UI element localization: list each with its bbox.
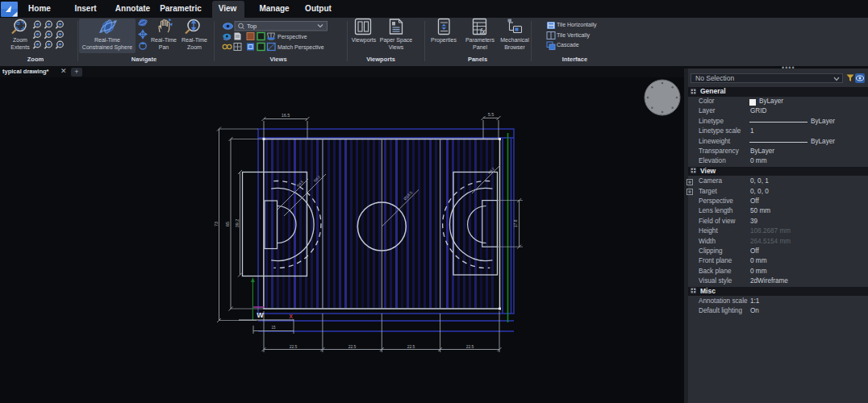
svg-text:73: 73 [214,222,219,226]
svg-text:39.2: 39.2 [235,219,240,228]
svg-text:22.5: 22.5 [348,344,357,349]
svg-text:15: 15 [271,326,276,330]
svg-text:W: W [257,311,264,319]
svg-text:X: X [289,314,293,319]
svg-text:65: 65 [225,222,230,226]
svg-text:16.5: 16.5 [282,113,290,118]
svg-text:22.5: 22.5 [466,344,474,349]
svg-text:5.5: 5.5 [488,112,495,117]
svg-text:fx: fx [480,27,486,35]
svg-text:22.5: 22.5 [290,344,298,349]
svg-text:Top: Top [247,23,257,30]
svg-text:17.8: 17.8 [513,219,518,227]
svg-text:22.5: 22.5 [407,344,415,349]
